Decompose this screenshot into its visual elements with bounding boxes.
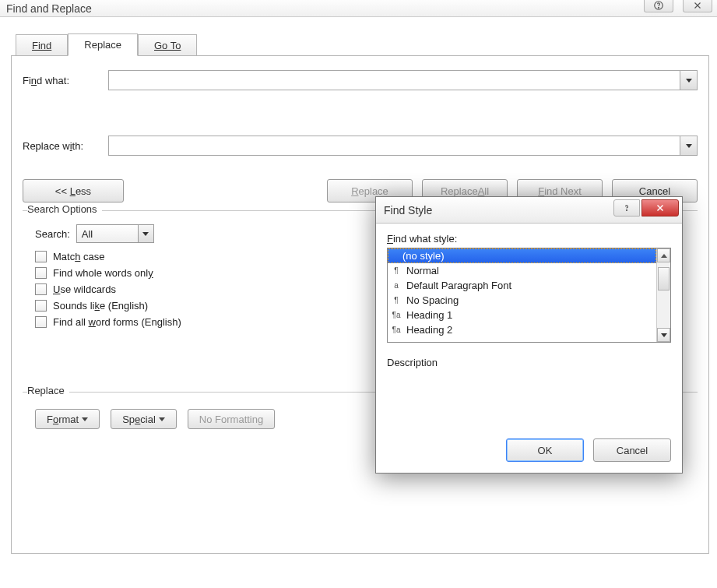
style-item-label: Heading 2 <box>406 324 452 336</box>
scroll-down-button[interactable] <box>657 328 670 342</box>
find-style-dialog: Find Style Find what style: (no style)¶N… <box>375 196 683 474</box>
dialog-panel: Find what: Replace with: << Less Replace… <box>11 55 709 554</box>
style-type-icon: a <box>391 281 402 290</box>
find-what-label: Find what: <box>23 75 108 86</box>
format-button[interactable]: Format <box>35 409 100 429</box>
style-listbox-container: (no style)¶NormalaDefault Paragraph Font… <box>387 248 671 343</box>
replace-with-combo[interactable] <box>108 136 698 156</box>
less-button[interactable]: << Less <box>23 179 124 202</box>
replace-with-dropdown[interactable] <box>680 136 697 155</box>
wildcards-label: Use wildcards <box>53 283 116 295</box>
chevron-down-icon <box>142 232 149 236</box>
chevron-down-icon <box>686 79 692 83</box>
style-type-icon: ¶ <box>391 266 402 275</box>
style-list-item[interactable]: (no style) <box>388 248 656 263</box>
style-list-item[interactable]: ¶No Spacing <box>388 293 656 308</box>
title-bar: Find and Replace <box>0 0 717 17</box>
word-forms-checkbox[interactable] <box>35 316 47 328</box>
word-forms-label: Find all word forms (English) <box>53 316 181 328</box>
find-what-combo[interactable] <box>108 70 698 90</box>
description-label: Description <box>387 357 671 368</box>
listbox-scrollbar[interactable] <box>656 248 670 342</box>
no-formatting-button[interactable]: No Formatting <box>188 409 275 429</box>
style-list-item[interactable]: aDefault Paragraph Font <box>388 278 656 293</box>
replace-with-row: Replace with: <box>23 136 698 156</box>
search-direction-dropdown[interactable] <box>138 225 153 242</box>
style-type-icon: ¶a <box>391 311 402 319</box>
search-options-legend: Search Options <box>27 203 102 215</box>
style-item-label: Heading 1 <box>406 309 452 321</box>
help-button[interactable] <box>644 0 673 12</box>
style-item-label: Default Paragraph Font <box>406 280 511 291</box>
replace-with-label: Replace with: <box>23 140 108 152</box>
scroll-track[interactable] <box>657 262 670 328</box>
find-what-dropdown[interactable] <box>680 71 697 90</box>
find-what-row: Find what: <box>23 70 698 90</box>
match-case-checkbox[interactable] <box>35 251 47 262</box>
style-listbox[interactable]: (no style)¶NormalaDefault Paragraph Font… <box>388 248 656 342</box>
svg-point-2 <box>627 209 627 210</box>
style-type-icon: ¶ <box>391 296 402 305</box>
match-case-label: Match case <box>53 251 104 262</box>
window-title: Find and Replace <box>6 2 92 15</box>
sounds-like-checkbox[interactable] <box>35 300 47 312</box>
tab-find[interactable]: Find <box>16 34 68 56</box>
style-list-item[interactable]: ¶Normal <box>388 263 656 278</box>
style-list-item[interactable]: ¶aHeading 1 <box>388 308 656 322</box>
chevron-up-icon <box>661 254 667 258</box>
close-button[interactable] <box>683 0 712 12</box>
style-item-label: No Spacing <box>406 294 459 306</box>
chevron-down-icon <box>159 417 165 421</box>
svg-point-1 <box>659 7 659 8</box>
chevron-down-icon <box>661 333 667 337</box>
chevron-down-icon <box>82 417 88 421</box>
find-style-title-bar[interactable]: Find Style <box>376 197 682 224</box>
find-style-list-label: Find what style: <box>387 233 671 245</box>
find-style-title: Find Style <box>384 204 432 217</box>
scroll-up-button[interactable] <box>657 248 670 262</box>
style-type-icon: ¶a <box>391 326 402 334</box>
find-what-input[interactable] <box>109 71 680 90</box>
search-direction-select[interactable]: All <box>76 224 154 243</box>
replace-with-input[interactable] <box>109 136 680 155</box>
style-item-label: (no style) <box>402 250 444 262</box>
style-list-item[interactable]: ¶aHeading 2 <box>388 322 656 337</box>
whole-words-checkbox[interactable] <box>35 267 47 279</box>
tab-replace[interactable]: Replace <box>68 33 138 56</box>
special-button[interactable]: Special <box>111 409 177 429</box>
modal-cancel-button[interactable]: Cancel <box>593 438 671 462</box>
wildcards-checkbox[interactable] <box>35 283 47 295</box>
modal-ok-button[interactable]: OK <box>506 438 584 462</box>
tab-strip: Find Replace Go To <box>16 33 709 55</box>
replace-legend: Replace <box>27 385 69 396</box>
whole-words-label: Find whole words only <box>53 267 153 279</box>
modal-close-button[interactable] <box>641 199 679 217</box>
scroll-thumb[interactable] <box>658 267 670 290</box>
style-item-label: Normal <box>406 265 439 276</box>
sounds-like-label: Sounds like (English) <box>53 300 148 312</box>
tab-goto[interactable]: Go To <box>138 34 197 56</box>
search-direction-value: All <box>82 228 93 240</box>
modal-help-button[interactable] <box>613 199 640 217</box>
search-direction-label: Search: <box>35 228 70 240</box>
chevron-down-icon <box>686 144 692 148</box>
